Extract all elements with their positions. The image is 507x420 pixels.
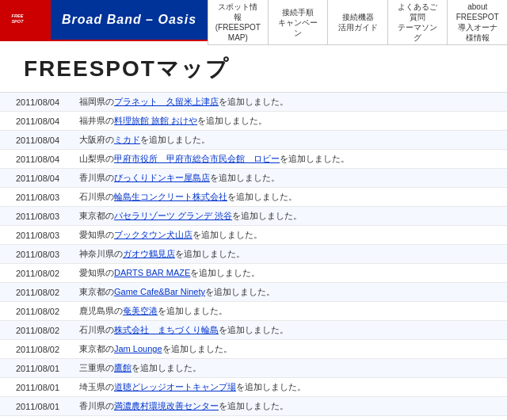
entry-prefix: 福岡県の [79, 97, 114, 106]
table-row: 2011/08/02鹿児島県の奄美空港を追加しました。 [0, 302, 507, 321]
content-cell: 埼玉県の道聴どレッジオートキャンプ場を追加しました。 [71, 378, 507, 397]
table-row: 2011/08/04福岡県のプラネット 久留米上津店を追加しました。 [0, 93, 507, 112]
table-row: 2011/08/01埼玉県の道聴どレッジオートキャンプ場を追加しました。 [0, 378, 507, 397]
entry-link[interactable]: 輪島生コンクリート株式会社 [114, 192, 227, 201]
nav-spot[interactable]: スポット情報(FREESPOT MAP) [208, 0, 268, 45]
header: FREE SPOT Broad Band – Oasis スポット情報(FREE… [0, 0, 507, 41]
date-cell: 2011/08/01 [0, 416, 71, 421]
date-cell: 2011/08/02 [0, 302, 71, 321]
date-cell: 2011/08/02 [0, 321, 71, 340]
date-cell: 2011/08/04 [0, 112, 71, 131]
date-cell: 2011/08/04 [0, 169, 71, 188]
entry-link[interactable]: DARTS BAR MAZE [114, 268, 190, 277]
entry-suffix: を追加しました。 [162, 344, 232, 353]
nav-faq[interactable]: よくあるご質問テーマソング [387, 0, 448, 45]
nav-about[interactable]: about FREESPOT導入オーナ様情報 [447, 0, 507, 45]
entry-link[interactable]: 鷹館 [114, 363, 132, 372]
entry-suffix: を追加しました。 [227, 192, 297, 201]
entry-prefix: 神奈川県の [79, 249, 123, 258]
entry-prefix: 福井県の [79, 116, 114, 125]
date-cell: 2011/08/03 [0, 226, 71, 245]
entry-link[interactable]: ガオウ鶴見店 [123, 249, 175, 258]
entry-prefix: 東京都の [79, 287, 114, 296]
content-cell: 東京都のパセラリゾーツ グランデ 渋谷を追加しました。 [71, 207, 507, 226]
date-cell: 2011/08/01 [0, 359, 71, 378]
nav-top: スポット情報(FREESPOT MAP) 接続手順キャンペーン 接続機器活用ガイ… [208, 0, 507, 45]
entry-link[interactable]: 満濃農村環境改善センター [114, 401, 219, 410]
svg-text:SPOT: SPOT [11, 19, 24, 24]
entry-prefix: 愛知県の [79, 268, 114, 277]
date-cell: 2011/08/03 [0, 188, 71, 207]
entry-suffix: を追加しました。 [210, 173, 280, 182]
table-body: 2011/08/04福岡県のプラネット 久留米上津店を追加しました。2011/0… [0, 93, 507, 420]
entry-prefix: 三重県の [79, 363, 114, 372]
table-row: 2011/08/01香川県の満濃農村環境改善センターを追加しました。 [0, 397, 507, 416]
entry-link[interactable]: 奄美空港 [123, 306, 158, 315]
entry-link[interactable]: 甲府市役所 甲府市総合市民会館 ロビー [114, 154, 280, 163]
table-row: 2011/08/03愛知県のブックタウン犬山店を追加しました。 [0, 226, 507, 245]
date-cell: 2011/08/04 [0, 131, 71, 150]
entry-link[interactable]: プラネット 久留米上津店 [114, 97, 219, 106]
entry-prefix: 香川県の [79, 173, 114, 182]
entry-suffix: を追加しました。 [205, 287, 275, 296]
svg-text:FREE: FREE [12, 13, 24, 18]
content-cell: 石川県の株式会社 まちづくり輪島を追加しました。 [71, 321, 507, 340]
entry-prefix: 東京都の [79, 344, 114, 353]
entry-prefix: 香川県の [79, 401, 114, 410]
table-row: 2011/08/01三重県の鷹館を追加しました。 [0, 359, 507, 378]
content-cell: 三重県の鷹館を追加しました。 [71, 359, 507, 378]
table-row: 2011/08/01石川県のリバーサイド ニツ屋を追加しました。 [0, 416, 507, 421]
page-title: FREESPOTマップ [24, 54, 483, 84]
table-row: 2011/08/03神奈川県のガオウ鶴見店を追加しました。 [0, 245, 507, 264]
entry-prefix: 愛知県の [79, 230, 114, 239]
page-title-area: FREESPOTマップ [0, 41, 507, 93]
content-cell: 石川県のリバーサイド ニツ屋を追加しました。 [71, 416, 507, 421]
entry-suffix: を追加しました。 [175, 249, 245, 258]
entry-suffix: を追加しました。 [132, 363, 201, 372]
nav-connect[interactable]: 接続手順キャンペーン [268, 0, 328, 45]
entry-suffix: を追加しました。 [236, 382, 306, 391]
table-row: 2011/08/04大阪府のミカドを追加しました。 [0, 131, 507, 150]
entry-prefix: 山梨県の [79, 154, 114, 163]
entry-suffix: を追加しました。 [232, 211, 302, 220]
content-cell: 東京都のJam Loungeを追加しました。 [71, 340, 507, 359]
brand-title: Broad Band – Oasis [62, 13, 196, 27]
content-cell: 福井県の料理旅館 旅館 おけやを追加しました。 [71, 112, 507, 131]
entry-link[interactable]: Game Cafe&Bar Ninety [114, 287, 205, 296]
date-cell: 2011/08/01 [0, 378, 71, 397]
entry-prefix: 石川県の [79, 192, 114, 201]
entry-link[interactable]: ブックタウン犬山店 [114, 230, 193, 239]
content-cell: 神奈川県のガオウ鶴見店を追加しました。 [71, 245, 507, 264]
content-cell: 東京都のGame Cafe&Bar Ninetyを追加しました。 [71, 283, 507, 302]
table-row: 2011/08/02愛知県のDARTS BAR MAZEを追加しました。 [0, 264, 507, 283]
entry-link[interactable]: Jam Lounge [114, 344, 162, 353]
table-row: 2011/08/03石川県の輪島生コンクリート株式会社を追加しました。 [0, 188, 507, 207]
table-row: 2011/08/02石川県の株式会社 まちづくり輪島を追加しました。 [0, 321, 507, 340]
date-cell: 2011/08/04 [0, 93, 71, 112]
table-row: 2011/08/02東京都のGame Cafe&Bar Ninetyを追加しまし… [0, 283, 507, 302]
entry-link[interactable]: 道聴どレッジオートキャンプ場 [114, 382, 236, 391]
content-cell: 山梨県の甲府市役所 甲府市総合市民会館 ロビーを追加しました。 [71, 150, 507, 169]
content-cell: 愛知県のブックタウン犬山店を追加しました。 [71, 226, 507, 245]
table-row: 2011/08/02東京都のJam Loungeを追加しました。 [0, 340, 507, 359]
table-row: 2011/08/03東京都のパセラリゾーツ グランデ 渋谷を追加しました。 [0, 207, 507, 226]
entry-prefix: 大阪府の [79, 135, 114, 144]
nav-area: スポット情報(FREESPOT MAP) 接続手順キャンペーン 接続機器活用ガイ… [208, 0, 507, 40]
entry-suffix: を追加しました。 [158, 306, 227, 315]
entry-link[interactable]: 株式会社 まちづくり輪島 [114, 325, 219, 334]
date-cell: 2011/08/03 [0, 245, 71, 264]
date-cell: 2011/08/04 [0, 150, 71, 169]
table-row: 2011/08/04福井県の料理旅館 旅館 おけやを追加しました。 [0, 112, 507, 131]
date-cell: 2011/08/02 [0, 340, 71, 359]
entry-prefix: 東京都の [79, 211, 114, 220]
entry-suffix: を追加しました。 [140, 135, 210, 144]
entry-link[interactable]: 料理旅館 旅館 おけや [114, 116, 197, 125]
date-cell: 2011/08/02 [0, 264, 71, 283]
entry-link[interactable]: パセラリゾーツ グランデ 渋谷 [114, 211, 232, 220]
content-cell: 鹿児島県の奄美空港を追加しました。 [71, 302, 507, 321]
entry-link[interactable]: ミカド [114, 135, 140, 144]
entry-suffix: を追加しました。 [193, 230, 262, 239]
nav-device[interactable]: 接続機器活用ガイド [327, 0, 387, 45]
entry-link[interactable]: びっくりドンキー屋島店 [114, 173, 210, 182]
entry-suffix: を追加しました。 [219, 401, 288, 410]
